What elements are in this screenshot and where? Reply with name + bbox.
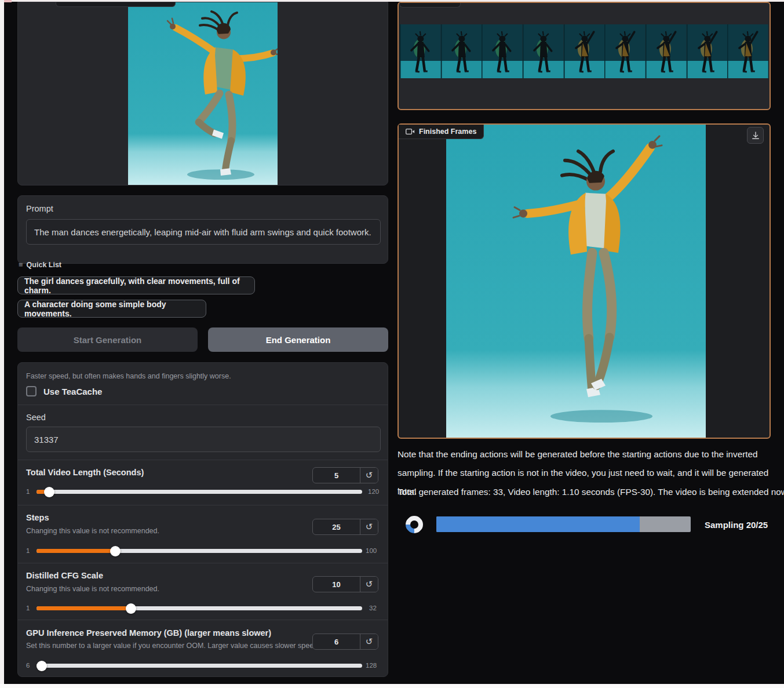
slider-label: Steps [26,513,49,522]
preview-frame [604,24,646,78]
divider [18,405,388,405]
slider-number-input[interactable]: 5 [313,468,360,483]
slider-info: Set this number to a larger value if you… [26,642,320,650]
page-edge-left [0,0,4,688]
slider-min: 1 [26,547,30,554]
settings-panel: Faster speed, but often makes hands and … [17,362,388,677]
slider-thumb[interactable] [44,487,54,497]
input-image-panel [17,2,388,185]
dancer-video-frame [446,125,706,438]
seed-label: Seed [26,413,46,422]
quick-list-label: Quick List [27,261,61,269]
slider-thumb[interactable] [110,546,121,556]
slider-thumb[interactable] [126,603,136,614]
download-icon [752,132,760,140]
reset-icon[interactable]: ↺ [360,634,378,649]
slider-min: 1 [26,605,30,611]
slider-track[interactable] [37,490,362,494]
preview-frame [523,24,564,78]
slider-label: Distilled CFG Scale [26,571,103,580]
end-generation-button[interactable]: End Generation [208,327,388,352]
quick-prompt-button-2[interactable]: A character doing some simple body movem… [17,300,206,318]
slider-label: GPU Inference Preserved Memory (GB) (lar… [26,628,271,638]
teacache-checkbox[interactable] [26,386,37,396]
reset-icon[interactable]: ↺ [360,577,378,592]
preview-frames [400,24,768,78]
slider-max: 128 [366,662,377,669]
slider-info: Changing this value is not recommended. [26,527,159,535]
page-edge-top [0,0,784,2]
preview-frame [687,24,728,78]
preview-frame [646,24,687,78]
slider-min: 6 [26,662,30,669]
progress-spinner [402,512,426,537]
divider [18,460,388,460]
preview-frame [564,24,605,78]
input-image[interactable] [128,2,278,185]
screenshot-root: Prompt The man dances energetically, lea… [0,0,784,688]
slider-max: 32 [369,605,377,611]
slider-label: Total Video Length (Seconds) [26,468,144,477]
divider [18,505,388,505]
finished-frames-tab: Finished Frames [399,125,484,139]
seed-input[interactable]: 31337 [26,427,381,452]
start-generation-button[interactable]: Start Generation [17,327,198,352]
finished-video[interactable] [446,125,706,438]
download-button[interactable] [747,127,764,144]
slider-info: Changing this value is not recommended. [26,585,159,593]
preview-frame [727,24,768,78]
slider-min: 1 [26,488,30,495]
reset-icon[interactable]: ↺ [360,519,378,534]
divider [18,563,388,563]
quick-prompt-button-1[interactable]: The girl dances gracefully, with clear m… [17,276,255,294]
divider [18,620,388,620]
slider-track[interactable] [37,664,362,668]
status-text: Total generated frames: 33, Video length… [398,483,784,501]
teacache-label: Use TeaCache [43,387,102,396]
slider-fill [37,606,131,610]
dancer-photo [128,2,278,185]
slider-number-input[interactable]: 6 [313,634,360,649]
slider-track[interactable] [37,606,362,610]
slider-track[interactable] [37,549,362,553]
progress-fill [436,516,640,532]
preview-frame [482,24,523,78]
slider-fill [37,549,115,553]
preview-frame [441,24,482,78]
list-icon: ≡ [19,260,23,269]
cropped-tab [56,2,176,7]
cropped-tab [399,3,461,8]
quick-list-header: ≡ Quick List [19,260,61,269]
progress-bar [436,516,691,532]
slider-max: 120 [368,488,379,495]
latent-preview-panel [398,2,771,110]
page-edge-accent [4,0,12,2]
preview-frame [400,24,441,78]
finished-frames-panel: Finished Frames [398,123,771,439]
video-camera-icon [406,128,415,135]
prompt-panel: Prompt The man dances energetically, lea… [17,195,388,264]
slider-number-input[interactable]: 10 [313,577,360,592]
slider-max: 100 [366,547,377,554]
teacache-info: Faster speed, but often makes hands and … [26,372,231,380]
finished-frames-label: Finished Frames [419,128,476,136]
prompt-label: Prompt [26,204,53,213]
reset-icon[interactable]: ↺ [360,468,378,483]
slider-thumb[interactable] [37,661,47,671]
page-edge-bottom [0,684,784,688]
progress-label: Sampling 20/25 [705,520,768,530]
prompt-input[interactable]: The man dances energetically, leaping mi… [26,219,381,245]
slider-number-input[interactable]: 25 [313,519,360,534]
